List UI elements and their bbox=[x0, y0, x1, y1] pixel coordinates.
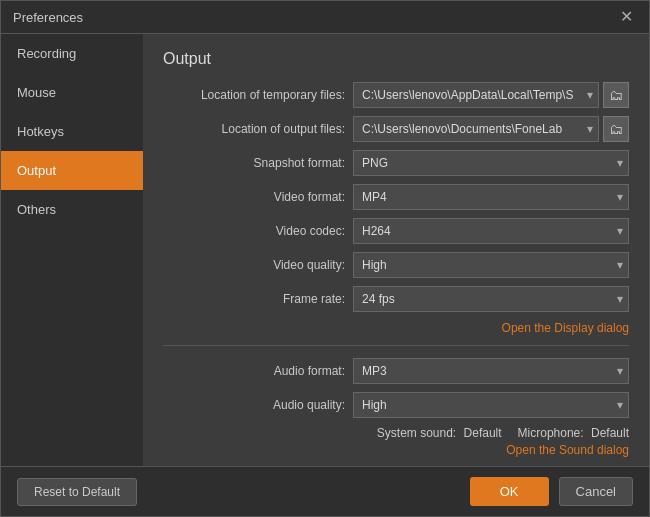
video-quality-row: Video quality: High bbox=[163, 252, 629, 278]
ok-button[interactable]: OK bbox=[470, 477, 549, 506]
snapshot-format-select-wrapper: PNG bbox=[353, 150, 629, 176]
audio-quality-select[interactable]: High bbox=[353, 392, 629, 418]
temp-files-control: C:\Users\lenovo\AppData\Local\Temp\Scree… bbox=[353, 82, 629, 108]
video-codec-select[interactable]: H264 bbox=[353, 218, 629, 244]
snapshot-format-select[interactable]: PNG bbox=[353, 150, 629, 176]
frame-rate-select[interactable]: 24 fps bbox=[353, 286, 629, 312]
system-sound-label: System sound: Default bbox=[377, 426, 502, 440]
video-format-row: Video format: MP4 bbox=[163, 184, 629, 210]
video-format-label: Video format: bbox=[163, 190, 353, 204]
video-codec-row: Video codec: H264 bbox=[163, 218, 629, 244]
video-quality-select-wrapper: High bbox=[353, 252, 629, 278]
video-quality-select[interactable]: High bbox=[353, 252, 629, 278]
sidebar-item-output[interactable]: Output bbox=[1, 151, 143, 190]
temp-files-folder-button[interactable]: 🗂 bbox=[603, 82, 629, 108]
snapshot-format-row: Snapshot format: PNG bbox=[163, 150, 629, 176]
video-format-control: MP4 bbox=[353, 184, 629, 210]
output-files-label: Location of output files: bbox=[163, 122, 353, 136]
sidebar: Recording Mouse Hotkeys Output Others bbox=[1, 34, 143, 466]
temp-files-label: Location of temporary files: bbox=[163, 88, 353, 102]
audio-format-select[interactable]: MP3 bbox=[353, 358, 629, 384]
frame-rate-select-wrapper: 24 fps bbox=[353, 286, 629, 312]
display-dialog-link-row: Open the Display dialog bbox=[163, 320, 629, 335]
cancel-button[interactable]: Cancel bbox=[559, 477, 633, 506]
output-section-title: Output bbox=[163, 50, 629, 68]
frame-rate-control: 24 fps bbox=[353, 286, 629, 312]
reset-button[interactable]: Reset to Default bbox=[17, 478, 137, 506]
output-files-row: Location of output files: C:\Users\lenov… bbox=[163, 116, 629, 142]
sidebar-item-mouse[interactable]: Mouse bbox=[1, 73, 143, 112]
video-codec-label: Video codec: bbox=[163, 224, 353, 238]
title-bar: Preferences ✕ bbox=[1, 1, 649, 34]
sidebar-item-recording[interactable]: Recording bbox=[1, 34, 143, 73]
content-area: Output Location of temporary files: C:\U… bbox=[143, 34, 649, 466]
sound-info-row: System sound: Default Microphone: Defaul… bbox=[163, 426, 629, 440]
footer: Reset to Default OK Cancel bbox=[1, 466, 649, 516]
video-quality-label: Video quality: bbox=[163, 258, 353, 272]
footer-actions: OK Cancel bbox=[470, 477, 633, 506]
temp-files-select[interactable]: C:\Users\lenovo\AppData\Local\Temp\Scree… bbox=[353, 82, 599, 108]
output-files-control: C:\Users\lenovo\Documents\FoneLab 🗂 bbox=[353, 116, 629, 142]
audio-format-label: Audio format: bbox=[163, 364, 353, 378]
audio-format-control: MP3 bbox=[353, 358, 629, 384]
audio-quality-select-wrapper: High bbox=[353, 392, 629, 418]
audio-format-row: Audio format: MP3 bbox=[163, 358, 629, 384]
microphone-label: Microphone: Default bbox=[518, 426, 629, 440]
preferences-dialog: Preferences ✕ Recording Mouse Hotkeys Ou… bbox=[0, 0, 650, 517]
main-content: Recording Mouse Hotkeys Output Others Ou… bbox=[1, 34, 649, 466]
display-dialog-link[interactable]: Open the Display dialog bbox=[502, 321, 629, 335]
close-button[interactable]: ✕ bbox=[616, 7, 637, 27]
video-codec-control: H264 bbox=[353, 218, 629, 244]
video-format-select[interactable]: MP4 bbox=[353, 184, 629, 210]
output-files-select-wrapper: C:\Users\lenovo\Documents\FoneLab bbox=[353, 116, 599, 142]
sidebar-item-hotkeys[interactable]: Hotkeys bbox=[1, 112, 143, 151]
sound-dialog-link-row: Open the Sound dialog bbox=[163, 442, 629, 457]
dialog-title: Preferences bbox=[13, 10, 83, 25]
audio-quality-label: Audio quality: bbox=[163, 398, 353, 412]
sidebar-item-others[interactable]: Others bbox=[1, 190, 143, 229]
snapshot-format-label: Snapshot format: bbox=[163, 156, 353, 170]
output-files-select[interactable]: C:\Users\lenovo\Documents\FoneLab bbox=[353, 116, 599, 142]
audio-quality-row: Audio quality: High bbox=[163, 392, 629, 418]
audio-quality-control: High bbox=[353, 392, 629, 418]
audio-format-select-wrapper: MP3 bbox=[353, 358, 629, 384]
temp-files-select-wrapper: C:\Users\lenovo\AppData\Local\Temp\Scree… bbox=[353, 82, 599, 108]
temp-files-row: Location of temporary files: C:\Users\le… bbox=[163, 82, 629, 108]
video-format-select-wrapper: MP4 bbox=[353, 184, 629, 210]
output-files-folder-button[interactable]: 🗂 bbox=[603, 116, 629, 142]
divider bbox=[163, 345, 629, 346]
frame-rate-label: Frame rate: bbox=[163, 292, 353, 306]
video-quality-control: High bbox=[353, 252, 629, 278]
video-codec-select-wrapper: H264 bbox=[353, 218, 629, 244]
sound-dialog-link[interactable]: Open the Sound dialog bbox=[506, 443, 629, 457]
snapshot-format-control: PNG bbox=[353, 150, 629, 176]
frame-rate-row: Frame rate: 24 fps bbox=[163, 286, 629, 312]
